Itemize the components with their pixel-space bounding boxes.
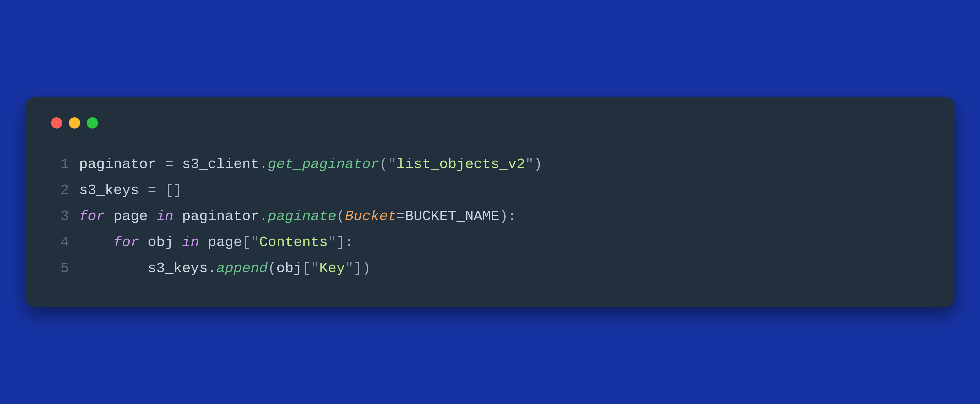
code-token: s3_client xyxy=(173,156,259,173)
code-token: in xyxy=(182,234,199,250)
code-token: = xyxy=(165,156,173,173)
code-token: ( xyxy=(268,260,277,276)
code-token: list_objects_v2 xyxy=(396,156,525,173)
code-token: " xyxy=(310,260,319,276)
line-number: 1 xyxy=(51,152,69,177)
code-token: [] xyxy=(165,182,182,198)
window-minimize-dot[interactable] xyxy=(69,117,80,128)
code-token: " xyxy=(388,156,396,173)
code-line: 3for page in paginator.paginate(Bucket=B… xyxy=(51,204,929,230)
code-token xyxy=(79,234,113,250)
code-token: Contents xyxy=(259,234,328,250)
code-line: 2s3_keys = [] xyxy=(51,177,929,204)
code-token: page xyxy=(199,234,242,250)
code-token: = xyxy=(148,182,156,198)
code-token: " xyxy=(345,260,354,276)
code-token: ) xyxy=(534,156,542,173)
code-token: ): xyxy=(500,208,517,225)
code-token: get_paginator xyxy=(268,156,379,173)
window-zoom-dot[interactable] xyxy=(87,117,98,128)
code-token: in xyxy=(156,208,173,225)
code-token: paginator xyxy=(79,156,165,173)
code-line: 4 for obj in page["Contents"]: xyxy=(51,230,929,255)
line-number: 2 xyxy=(51,177,69,204)
code-token: paginate xyxy=(268,208,336,225)
code-token: " xyxy=(251,234,259,250)
code-token: page xyxy=(105,208,156,225)
code-token: = xyxy=(396,208,405,225)
code-token: obj xyxy=(139,234,182,250)
code-token: BUCKET_NAME xyxy=(405,208,500,225)
code-token: " xyxy=(525,156,534,173)
code-token: ]) xyxy=(353,260,371,276)
code-token: for xyxy=(79,208,105,225)
code-token: Key xyxy=(319,260,345,276)
code-token: . xyxy=(259,156,268,173)
code-token: Bucket xyxy=(345,208,396,225)
code-token: ( xyxy=(336,208,345,225)
code-token: s3_keys xyxy=(79,260,208,276)
code-token: " xyxy=(328,234,337,250)
window-close-dot[interactable] xyxy=(51,117,62,128)
code-token: append xyxy=(216,260,268,276)
code-token: paginator xyxy=(173,208,259,225)
code-token xyxy=(156,182,165,198)
line-number: 5 xyxy=(51,255,69,282)
code-token: [ xyxy=(302,260,311,276)
code-window: 1paginator = s3_client.get_paginator("li… xyxy=(25,97,955,307)
code-token: obj xyxy=(277,260,302,276)
line-number: 4 xyxy=(51,230,69,255)
code-line: 5 s3_keys.append(obj["Key"]) xyxy=(51,255,929,282)
code-token: s3_keys xyxy=(79,182,148,198)
code-line: 1paginator = s3_client.get_paginator("li… xyxy=(51,152,929,177)
code-token: [ xyxy=(242,234,251,250)
code-token: ( xyxy=(379,156,388,173)
code-token: ]: xyxy=(336,234,353,250)
code-token: for xyxy=(113,234,139,250)
window-titlebar xyxy=(51,117,929,128)
code-block: 1paginator = s3_client.get_paginator("li… xyxy=(51,152,929,282)
code-token: . xyxy=(259,208,268,225)
line-number: 3 xyxy=(51,204,69,230)
code-token: . xyxy=(208,260,216,276)
